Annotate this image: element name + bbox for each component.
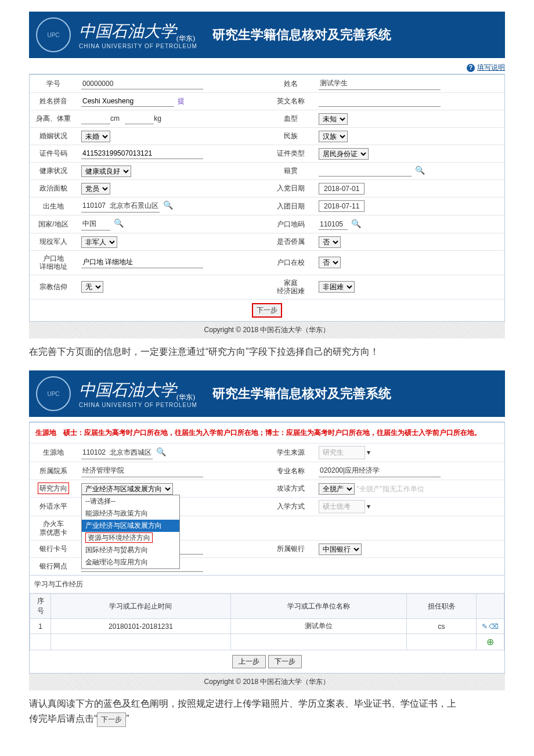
origin-info-form: 生源地 硕士：应届生为高考时户口所在地，往届生为入学前户口所在地；博士：应届生为…: [29, 422, 505, 674]
label-health: 健康状况: [30, 163, 77, 179]
select-blood[interactable]: 未知: [319, 113, 348, 125]
input-pinyin[interactable]: [81, 96, 174, 107]
input-weight[interactable]: [125, 113, 154, 124]
edit-row-icon[interactable]: ✎: [482, 622, 488, 631]
select-idtype[interactable]: 居民身份证: [319, 148, 369, 160]
search-origin-icon[interactable]: 🔍: [156, 447, 166, 456]
label-blood: 血型: [267, 110, 315, 127]
direction-option[interactable]: 能源经济与政策方向: [82, 507, 179, 520]
search-native-icon[interactable]: 🔍: [415, 165, 425, 175]
label-idtype: 证件类型: [267, 145, 315, 162]
value-dept: 经济管理学院: [81, 465, 203, 477]
label-direction: 研究方向: [30, 480, 77, 497]
label-train-card: 办火车 票优惠卡: [30, 516, 77, 540]
experience-section-label: 学习与工作经历: [30, 575, 504, 593]
label-major: 专业名称: [267, 463, 315, 480]
select-hukou-school[interactable]: 否: [319, 257, 341, 268]
university-suffix: (华东): [176, 34, 195, 42]
direction-option[interactable]: 国际经济与贸易方向: [82, 544, 179, 556]
label-foreign: 外语水平: [30, 498, 77, 515]
instruction-paragraph-2: 请认真阅读下方的蓝色及红色阐明，按照规定进行上传学籍照片、学历立案表、毕业证书、…: [29, 696, 505, 727]
input-native[interactable]: [319, 165, 412, 177]
label-bank-no: 银行卡号: [30, 541, 77, 557]
label-en-name: 英文名称: [267, 93, 315, 110]
input-party-date[interactable]: 2018-07-01: [319, 183, 365, 195]
next-button-highlighted[interactable]: 下一步: [252, 303, 282, 318]
label-league-date: 入团日期: [267, 198, 315, 215]
origin-name: 北京市西城区: [110, 448, 151, 456]
value-country: 中国: [81, 218, 110, 231]
input-idnum[interactable]: [81, 148, 203, 159]
search-birthplace-icon[interactable]: 🔍: [163, 200, 173, 210]
label-idnum: 证件号码: [30, 145, 77, 162]
unit-kg: kg: [154, 114, 161, 123]
label-ethnic: 民族: [267, 128, 315, 145]
select-polit[interactable]: 党员: [81, 183, 110, 195]
label-native: 籍贯: [267, 163, 315, 179]
direction-dropdown-list[interactable]: --请选择--能源经济与政策方向产业经济与区域发展方向资源与环境经济方向国际经济…: [81, 495, 180, 569]
next-button[interactable]: 下一步: [268, 655, 302, 668]
direction-option[interactable]: 金融理论与应用方向: [82, 556, 179, 568]
select-poverty[interactable]: 非困难: [319, 281, 355, 293]
select-military[interactable]: 非军人: [81, 236, 117, 248]
value-major: 020200|应用经济学: [319, 465, 441, 477]
label-poverty: 家庭 经济困难: [267, 275, 315, 299]
label-polit: 政治面貌: [30, 180, 77, 197]
label-study-mode: 攻读方式: [267, 480, 315, 497]
label-hukou-school: 户口在校: [267, 254, 315, 271]
select-religion[interactable]: 无: [81, 281, 103, 293]
delete-row-icon[interactable]: ⌫: [489, 622, 499, 631]
label-religion: 宗教信仰: [30, 279, 77, 296]
pinyin-hint-link[interactable]: 提: [178, 97, 185, 105]
col-time: 学习或工作起止时间: [51, 594, 231, 619]
input-league-date[interactable]: 2018-07-11: [319, 200, 365, 212]
label-party-date: 入党日期: [267, 180, 315, 197]
label-origin: 生源地: [30, 444, 77, 461]
university-logo: UPC: [36, 17, 71, 52]
label-pinyin: 姓名拼音: [30, 93, 77, 110]
label-stu-src: 学生来源: [267, 444, 315, 461]
basic-info-form: 学号 00000000 姓名 测试学生 姓名拼音 提 英文名称 身高、体重 cm…: [29, 74, 505, 322]
table-row: 120180101-20181231测试单位cs✎⌫: [30, 619, 504, 634]
prev-button[interactable]: 上一步: [232, 655, 266, 668]
university-name-en: CHINA UNIVERSITY OF PETROLEUM: [79, 43, 197, 49]
label-student-id: 学号: [30, 75, 77, 92]
input-height[interactable]: [81, 113, 110, 124]
select-health[interactable]: 健康或良好: [81, 165, 131, 177]
direction-option[interactable]: 产业经济与区域发展方向: [82, 520, 179, 532]
inline-next-button: 下一步: [97, 712, 126, 727]
value-student-id: 00000000: [81, 78, 203, 89]
label-bank-branch: 银行网点: [30, 558, 77, 575]
direction-option[interactable]: --请选择--: [82, 495, 179, 507]
label-bank: 所属银行: [267, 541, 315, 557]
select-direction[interactable]: 产业经济与区域发展方向: [81, 483, 173, 495]
col-role: 担任职务: [407, 594, 477, 619]
label-military: 现役军人: [30, 233, 77, 250]
search-hukou-icon[interactable]: 🔍: [351, 219, 361, 228]
select-ethnic[interactable]: 汉族: [319, 131, 348, 142]
direction-option[interactable]: 资源与环境经济方向: [82, 532, 179, 544]
label-name: 姓名: [267, 75, 315, 92]
university-logo: UPC: [36, 376, 71, 411]
select-marital[interactable]: 未婚: [81, 131, 110, 142]
select-overseas[interactable]: 否: [319, 236, 341, 248]
select-enroll: 硕士统考: [319, 500, 365, 513]
birthplace-name: 北京市石景山区: [110, 201, 158, 210]
select-bank[interactable]: 中国银行: [319, 543, 362, 555]
copyright-footer: Copyright © 2018 中国石油大学（华东）: [29, 322, 505, 339]
input-hukou-addr[interactable]: [81, 257, 203, 268]
help-link[interactable]: ? 填写说明: [467, 63, 505, 73]
instruction-paragraph-1: 在完善下方页面的信息时，一定要注意通过“研究方向”字段下拉选择自己的研究方向！: [29, 344, 505, 359]
add-row-icon[interactable]: ⊕: [486, 637, 494, 647]
col-unit: 学习或工作单位名称: [230, 594, 406, 619]
label-overseas: 是否侨属: [267, 233, 315, 250]
label-enroll: 入学方式: [267, 498, 315, 515]
input-en-name[interactable]: [319, 96, 441, 107]
experience-table: 序 号 学习或工作起止时间 学习或工作单位名称 担任职务 120180101-2…: [30, 593, 504, 650]
search-country-icon[interactable]: 🔍: [114, 218, 124, 228]
top-notice: 生源地 硕士：应届生为高考时户口所在地，往届生为入学前户口所在地；博士：应届生为…: [30, 423, 504, 444]
label-dept: 所属院系: [30, 463, 77, 480]
birthplace-code: 110107: [82, 201, 106, 210]
select-study-mode[interactable]: 全脱产: [319, 483, 355, 495]
university-name-block: 中国石油大学(华东) CHINA UNIVERSITY OF PETROLEUM: [79, 379, 197, 409]
